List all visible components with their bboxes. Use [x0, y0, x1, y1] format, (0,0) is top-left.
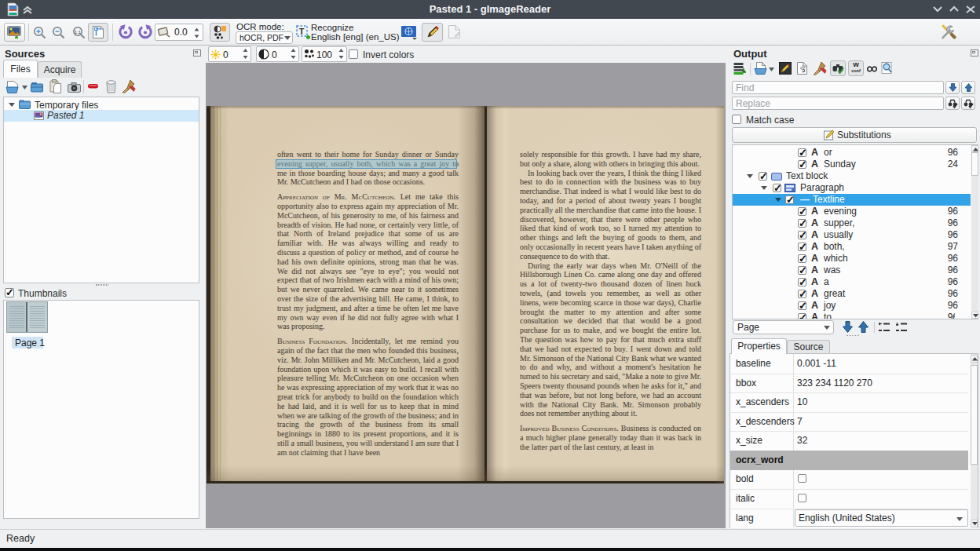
svg-text:T: T: [299, 27, 305, 36]
svg-text:1:1: 1:1: [75, 30, 82, 35]
